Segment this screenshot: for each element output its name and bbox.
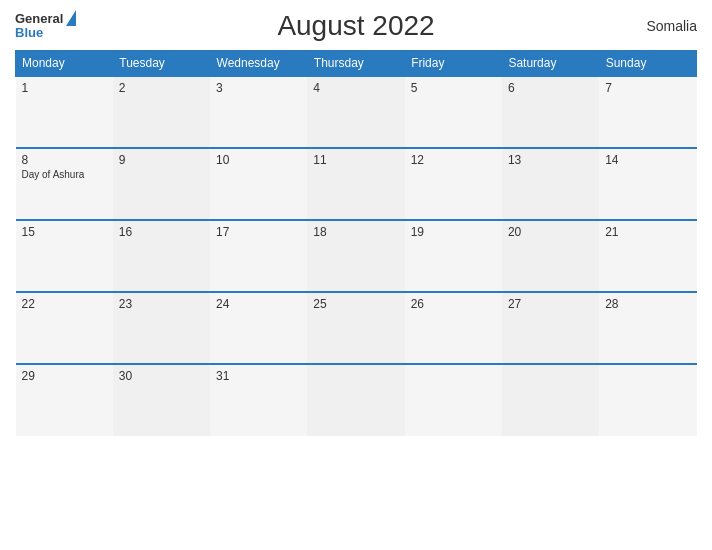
day-number: 20 [508, 225, 593, 239]
calendar-table: MondayTuesdayWednesdayThursdayFridaySatu… [15, 50, 697, 436]
calendar-cell: 28 [599, 292, 696, 364]
day-number: 12 [411, 153, 496, 167]
day-number: 11 [313, 153, 398, 167]
weekday-header-thursday: Thursday [307, 51, 404, 77]
day-number: 9 [119, 153, 204, 167]
calendar-cell: 13 [502, 148, 599, 220]
calendar-cell: 30 [113, 364, 210, 436]
day-number: 30 [119, 369, 204, 383]
day-number: 28 [605, 297, 690, 311]
day-number: 1 [22, 81, 107, 95]
calendar-week-row: 8Day of Ashura91011121314 [16, 148, 697, 220]
calendar-cell: 27 [502, 292, 599, 364]
weekday-header-tuesday: Tuesday [113, 51, 210, 77]
day-number: 21 [605, 225, 690, 239]
day-number: 6 [508, 81, 593, 95]
calendar-week-row: 1234567 [16, 76, 697, 148]
day-number: 7 [605, 81, 690, 95]
calendar-cell: 12 [405, 148, 502, 220]
calendar-cell: 29 [16, 364, 113, 436]
calendar-header: General Blue August 2022 Somalia [15, 10, 697, 42]
calendar-cell: 6 [502, 76, 599, 148]
calendar-cell: 7 [599, 76, 696, 148]
calendar-cell: 19 [405, 220, 502, 292]
weekday-header-sunday: Sunday [599, 51, 696, 77]
day-number: 5 [411, 81, 496, 95]
calendar-cell: 14 [599, 148, 696, 220]
day-number: 26 [411, 297, 496, 311]
day-number: 25 [313, 297, 398, 311]
day-number: 13 [508, 153, 593, 167]
event-label: Day of Ashura [22, 169, 107, 180]
calendar-cell: 21 [599, 220, 696, 292]
day-number: 31 [216, 369, 301, 383]
calendar-cell: 25 [307, 292, 404, 364]
day-number: 18 [313, 225, 398, 239]
calendar-cell: 23 [113, 292, 210, 364]
day-number: 24 [216, 297, 301, 311]
day-number: 29 [22, 369, 107, 383]
logo-triangle-icon [66, 10, 76, 26]
calendar-cell: 8Day of Ashura [16, 148, 113, 220]
calendar-cell: 20 [502, 220, 599, 292]
calendar-cell [405, 364, 502, 436]
weekday-header-friday: Friday [405, 51, 502, 77]
calendar-cell [502, 364, 599, 436]
calendar-cell: 17 [210, 220, 307, 292]
calendar-cell: 10 [210, 148, 307, 220]
calendar-cell: 4 [307, 76, 404, 148]
logo-general-text: General [15, 12, 63, 26]
calendar-week-row: 22232425262728 [16, 292, 697, 364]
day-number: 16 [119, 225, 204, 239]
calendar-cell: 16 [113, 220, 210, 292]
country-name: Somalia [646, 18, 697, 34]
day-number: 3 [216, 81, 301, 95]
weekday-header-row: MondayTuesdayWednesdayThursdayFridaySatu… [16, 51, 697, 77]
calendar-cell [599, 364, 696, 436]
day-number: 14 [605, 153, 690, 167]
month-title: August 2022 [277, 10, 434, 42]
day-number: 27 [508, 297, 593, 311]
calendar-cell: 2 [113, 76, 210, 148]
calendar-cell: 5 [405, 76, 502, 148]
calendar-cell: 22 [16, 292, 113, 364]
calendar-cell: 9 [113, 148, 210, 220]
calendar-cell: 1 [16, 76, 113, 148]
calendar-week-row: 293031 [16, 364, 697, 436]
calendar-cell: 3 [210, 76, 307, 148]
day-number: 19 [411, 225, 496, 239]
calendar-cell: 15 [16, 220, 113, 292]
calendar-cell: 24 [210, 292, 307, 364]
calendar-cell [307, 364, 404, 436]
day-number: 2 [119, 81, 204, 95]
calendar-cell: 18 [307, 220, 404, 292]
calendar-cell: 11 [307, 148, 404, 220]
day-number: 17 [216, 225, 301, 239]
logo: General Blue [15, 12, 76, 41]
day-number: 23 [119, 297, 204, 311]
day-number: 10 [216, 153, 301, 167]
calendar-week-row: 15161718192021 [16, 220, 697, 292]
weekday-header-wednesday: Wednesday [210, 51, 307, 77]
day-number: 22 [22, 297, 107, 311]
calendar-cell: 26 [405, 292, 502, 364]
day-number: 15 [22, 225, 107, 239]
day-number: 8 [22, 153, 107, 167]
logo-blue-text: Blue [15, 26, 63, 40]
calendar-cell: 31 [210, 364, 307, 436]
weekday-header-monday: Monday [16, 51, 113, 77]
day-number: 4 [313, 81, 398, 95]
weekday-header-saturday: Saturday [502, 51, 599, 77]
